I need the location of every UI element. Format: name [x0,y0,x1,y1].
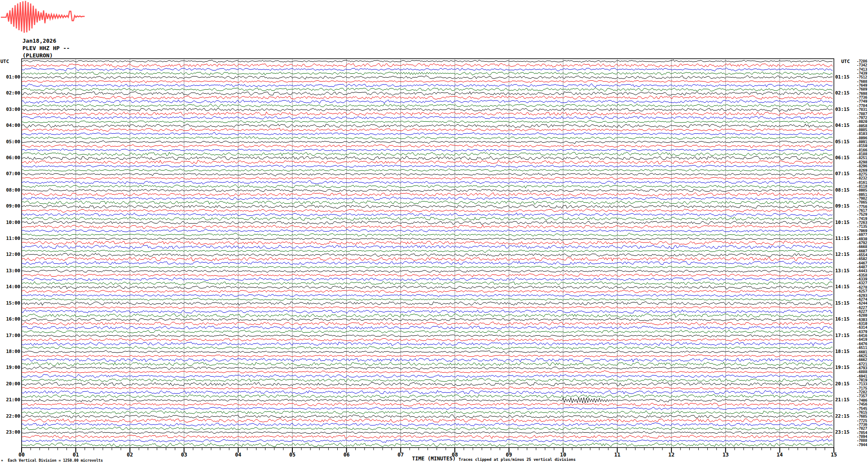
trace-offset-value: -8096 [847,136,867,140]
trace-row [22,104,833,108]
trace-row [22,156,833,160]
trace-row [22,419,833,422]
seismogram-plot [0,0,868,466]
trace-row [22,169,833,172]
trace-row [22,394,833,398]
trace-row [22,302,833,305]
trace-offset-value: -6476 [847,342,867,346]
trace-row [22,371,833,373]
trace-row [22,431,833,434]
trace-row [22,229,833,233]
trace-offset-value: -8085 [847,189,867,192]
trace-offset-value: -8251 [847,156,867,160]
trace-row [22,415,833,419]
minute-tick-label: 05 [289,452,295,458]
trace-offset-value: -6502 [847,257,867,261]
trace-row [22,358,833,362]
trace-row [22,330,833,333]
trace-row [22,221,833,225]
trace-offset-value: -7133 [847,382,867,386]
trace-row [22,148,833,152]
trace-row [22,286,833,290]
trace-row [22,403,833,406]
trace-offset-value: -6662 [847,358,867,362]
hour-label: 08:00 [0,187,20,193]
trace-row [22,124,833,128]
trace-offset-value: -7263 [847,221,867,225]
trace-row [22,136,833,140]
trace-row [22,443,833,447]
trace-offset-value: -6327 [847,281,867,285]
trace-offset-value: -7456 [847,403,867,406]
trace-row [22,374,833,378]
trace-row [22,423,833,427]
hour-label: 19:00 [0,365,20,370]
trace-row [22,185,833,189]
trace-offset-value: -7865 [847,201,867,205]
trace-offset-value: -8296 [847,164,867,168]
trace-offset-value: -6625 [847,354,867,358]
trace-row [22,245,833,249]
trace-row [22,294,833,297]
trace-offset-value: -7685 [847,415,867,419]
trace-row [22,180,833,184]
hour-label: 10:00 [0,220,20,225]
trace-row [22,96,833,100]
trace-row [22,141,833,144]
trace-row [22,318,833,321]
trace-row [22,165,833,168]
hour-label: 09:00 [0,203,20,209]
trace-offset-value: -7698 [847,92,867,96]
trace-offset-value: -7019 [847,378,867,382]
trace-offset-value: -7357 [847,394,867,398]
hour-label: 07:00 [0,171,20,176]
trace-offset-value: -7831 [847,108,867,112]
trace-offset-value: -6668 [847,245,867,249]
hour-label: 16:00 [0,316,20,322]
minute-tick-label: 14 [776,452,782,458]
trace-offset-value: -6310 [847,322,867,326]
trace-row [22,346,833,350]
trace-row [22,390,833,394]
trace-row [22,397,833,403]
trace-row [22,225,833,229]
trace-row [22,342,833,346]
trace-offset-value: -6930 [847,237,867,241]
trace-row [22,132,833,135]
trace-row [22,192,833,196]
trace-offset-value: -6721 [847,362,867,366]
hour-label: 13:00 [0,268,20,274]
minute-tick-label: 07 [398,452,404,458]
trace-offset-value: -8232 [847,176,867,180]
hour-label: 04:00 [0,123,20,128]
trace-row [22,100,833,104]
trace-offset-value: -7419 [847,217,867,221]
trace-offset-value: -8275 [847,173,867,176]
trace-offset-value: -7689 [847,88,867,91]
hour-label: 01:00 [0,74,20,80]
minute-tick-label: 09 [506,452,512,458]
plot-border [22,59,834,447]
trace-offset-value: -6419 [847,338,867,342]
trace-offset-value: -8051 [847,193,867,197]
trace-offset-value: -8118 [847,185,867,189]
minute-tick-label: 13 [722,452,729,458]
minute-tick-label: 11 [614,452,620,458]
trace-offset-value: -7545 [847,407,867,411]
trace-row [22,233,833,237]
hour-label: 02:00 [0,90,20,96]
trace-offset-value: -6358 [847,274,867,277]
trace-offset-value: -6607 [847,249,867,253]
trace-offset-value: -6379 [847,330,867,334]
trace-row [22,145,833,148]
trace-offset-value: -6274 [847,298,867,302]
trace-row [22,84,833,88]
trace-offset-value: -6227 [847,306,867,310]
trace-row [22,72,833,75]
minute-tick-label: 02 [127,452,133,458]
trace-row [22,67,833,71]
helicorder-page: Jan18,2026PLEV HHZ HP --(PLEURON) UTC UT… [0,0,868,466]
trace-offset-value: -7282 [847,390,867,394]
minute-tick-label: 10 [560,452,566,458]
trace-offset-value: -8188 [847,152,867,156]
